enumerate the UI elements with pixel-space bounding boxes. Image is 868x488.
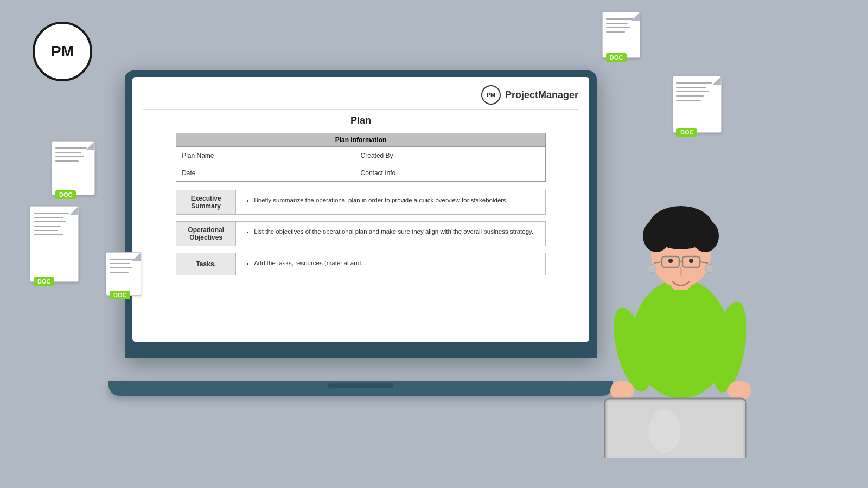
tasks-section: Tasks, Add the tasks, resources (materia… [176, 253, 546, 275]
plan-info-table: Plan Information Plan Name Created By Da… [176, 133, 546, 182]
plan-info-header: Plan Information [176, 133, 546, 147]
svg-point-4 [610, 381, 634, 400]
laptop-screen: PM ProjectManager Plan Plan Information … [132, 77, 589, 342]
executive-summary-content: Briefly summarize the operational plan i… [236, 190, 546, 215]
date-label: Date [176, 164, 355, 182]
svg-point-19 [689, 259, 693, 263]
operational-objectives-item: List the objectives of the operational p… [254, 227, 537, 236]
pm-brand: PM ProjectManager [481, 85, 578, 105]
doc-badge-1: DOC [606, 53, 627, 62]
pm-brand-name: ProjectManager [505, 89, 578, 101]
svg-point-26 [648, 409, 681, 453]
svg-point-18 [668, 259, 673, 263]
doc-header: PM ProjectManager [143, 85, 578, 110]
pm-brand-circle: PM [481, 85, 501, 105]
laptop-screen-outer: PM ProjectManager Plan Plan Information … [125, 70, 597, 358]
doc-float-3: DOC [52, 141, 95, 195]
operational-objectives-label: OperationalObjectives [176, 222, 236, 246]
document-content: PM ProjectManager Plan Plan Information … [132, 77, 589, 342]
doc-badge-2: DOC [676, 128, 697, 137]
document-title: Plan [143, 115, 578, 126]
svg-point-3 [727, 381, 751, 400]
executive-summary-label: ExecutiveSummary [176, 190, 236, 215]
contact-info-label: Contact Info [355, 164, 545, 182]
person-illustration [578, 155, 784, 458]
pm-logo: PM [33, 22, 92, 81]
executive-summary-item: Briefly summarize the operational plan i… [254, 196, 537, 204]
doc-float-5: DOC [106, 252, 141, 296]
operational-objectives-section: OperationalObjectives List the objective… [176, 221, 546, 246]
laptop-notch [328, 383, 393, 388]
doc-badge-4: DOC [34, 277, 54, 286]
svg-point-20 [648, 264, 656, 273]
laptop: PM ProjectManager Plan Plan Information … [125, 70, 597, 396]
tasks-content: Add the tasks, resources (material and..… [236, 253, 546, 275]
pm-logo-text: PM [51, 43, 74, 60]
laptop-base [108, 381, 613, 396]
svg-point-12 [670, 213, 692, 235]
plan-name-label: Plan Name [176, 147, 355, 164]
doc-badge-5: DOC [110, 291, 130, 299]
tasks-label: Tasks, [176, 253, 236, 275]
svg-point-21 [705, 264, 714, 273]
pm-brand-logo: PM [487, 92, 496, 98]
created-by-label: Created By [355, 147, 545, 164]
doc-badge-3: DOC [55, 190, 76, 199]
doc-float-1: DOC [602, 12, 640, 58]
tasks-item: Add the tasks, resources (material and..… [254, 259, 537, 267]
operational-objectives-content: List the objectives of the operational p… [236, 222, 546, 246]
executive-summary-section: ExecutiveSummary Briefly summarize the o… [176, 190, 546, 215]
doc-float-4: DOC [30, 206, 79, 282]
doc-float-2: DOC [673, 76, 722, 133]
